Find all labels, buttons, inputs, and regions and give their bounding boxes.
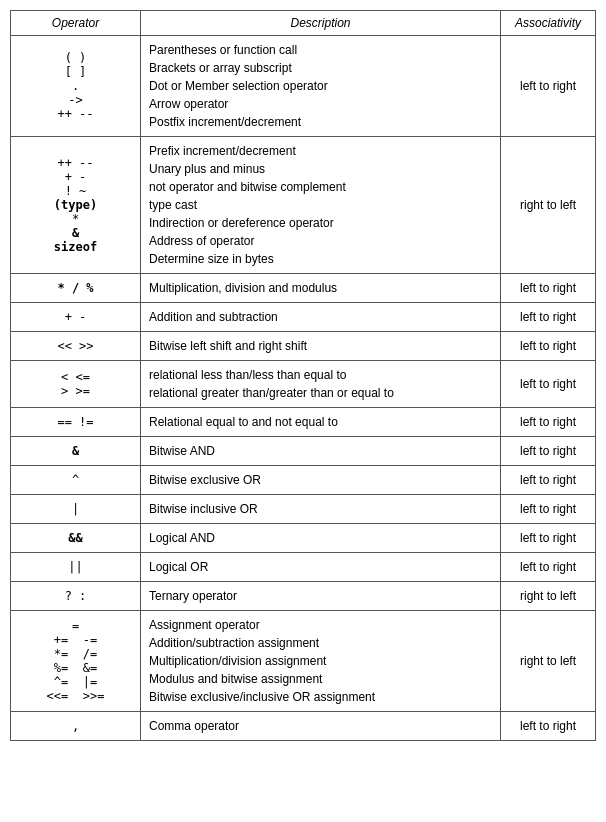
header-operator: Operator bbox=[11, 11, 141, 36]
associativity-cell: left to right bbox=[501, 495, 596, 524]
operator-cell: , bbox=[11, 712, 141, 741]
table-row: * / %Multiplication, division and modulu… bbox=[11, 274, 596, 303]
associativity-cell: left to right bbox=[501, 303, 596, 332]
operator-cell: ? : bbox=[11, 582, 141, 611]
operator-cell: =+= -=*= /=%= &=^= |=<<= >>= bbox=[11, 611, 141, 712]
associativity-cell: left to right bbox=[501, 36, 596, 137]
associativity-cell: left to right bbox=[501, 274, 596, 303]
associativity-cell: left to right bbox=[501, 553, 596, 582]
description-cell: Comma operator bbox=[141, 712, 501, 741]
table-row: &Bitwise ANDleft to right bbox=[11, 437, 596, 466]
description-cell: Assignment operatorAddition/subtraction … bbox=[141, 611, 501, 712]
table-row: ++ --+ -! ~(type)*&sizeofPrefix incremen… bbox=[11, 137, 596, 274]
description-cell: Prefix increment/decrementUnary plus and… bbox=[141, 137, 501, 274]
description-cell: Bitwise exclusive OR bbox=[141, 466, 501, 495]
description-cell: Logical OR bbox=[141, 553, 501, 582]
operator-cell: == != bbox=[11, 408, 141, 437]
table-row: ^Bitwise exclusive ORleft to right bbox=[11, 466, 596, 495]
associativity-cell: right to left bbox=[501, 137, 596, 274]
table-row: ? :Ternary operatorright to left bbox=[11, 582, 596, 611]
associativity-cell: left to right bbox=[501, 466, 596, 495]
description-cell: Bitwise AND bbox=[141, 437, 501, 466]
table-row: + -Addition and subtractionleft to right bbox=[11, 303, 596, 332]
table-row: == !=Relational equal to and not equal t… bbox=[11, 408, 596, 437]
associativity-cell: left to right bbox=[501, 332, 596, 361]
operator-cell: ++ --+ -! ~(type)*&sizeof bbox=[11, 137, 141, 274]
header-associativity: Associativity bbox=[501, 11, 596, 36]
associativity-cell: left to right bbox=[501, 408, 596, 437]
operator-cell: ( )[ ].->++ -- bbox=[11, 36, 141, 137]
description-cell: Parentheses or function callBrackets or … bbox=[141, 36, 501, 137]
operator-cell: * / % bbox=[11, 274, 141, 303]
description-cell: Relational equal to and not equal to bbox=[141, 408, 501, 437]
operator-cell: << >> bbox=[11, 332, 141, 361]
operator-cell: < <=> >= bbox=[11, 361, 141, 408]
associativity-cell: right to left bbox=[501, 582, 596, 611]
description-cell: Logical AND bbox=[141, 524, 501, 553]
description-cell: Addition and subtraction bbox=[141, 303, 501, 332]
associativity-cell: left to right bbox=[501, 361, 596, 408]
associativity-cell: left to right bbox=[501, 437, 596, 466]
header-description: Description bbox=[141, 11, 501, 36]
operator-cell: && bbox=[11, 524, 141, 553]
associativity-cell: left to right bbox=[501, 712, 596, 741]
table-row: < <=> >=relational less than/less than e… bbox=[11, 361, 596, 408]
associativity-cell: right to left bbox=[501, 611, 596, 712]
operator-cell: ^ bbox=[11, 466, 141, 495]
operator-cell: & bbox=[11, 437, 141, 466]
description-cell: relational less than/less than equal tor… bbox=[141, 361, 501, 408]
description-cell: Bitwise inclusive OR bbox=[141, 495, 501, 524]
operator-cell: + - bbox=[11, 303, 141, 332]
table-row: =+= -=*= /=%= &=^= |=<<= >>=Assignment o… bbox=[11, 611, 596, 712]
description-cell: Bitwise left shift and right shift bbox=[141, 332, 501, 361]
operator-cell: || bbox=[11, 553, 141, 582]
table-row: ,Comma operatorleft to right bbox=[11, 712, 596, 741]
table-row: &&Logical ANDleft to right bbox=[11, 524, 596, 553]
description-cell: Ternary operator bbox=[141, 582, 501, 611]
operator-cell: | bbox=[11, 495, 141, 524]
table-row: ||Logical ORleft to right bbox=[11, 553, 596, 582]
operators-table: Operator Description Associativity ( )[ … bbox=[10, 10, 596, 741]
description-cell: Multiplication, division and modulus bbox=[141, 274, 501, 303]
table-row: |Bitwise inclusive ORleft to right bbox=[11, 495, 596, 524]
table-row: << >>Bitwise left shift and right shiftl… bbox=[11, 332, 596, 361]
table-row: ( )[ ].->++ --Parentheses or function ca… bbox=[11, 36, 596, 137]
associativity-cell: left to right bbox=[501, 524, 596, 553]
